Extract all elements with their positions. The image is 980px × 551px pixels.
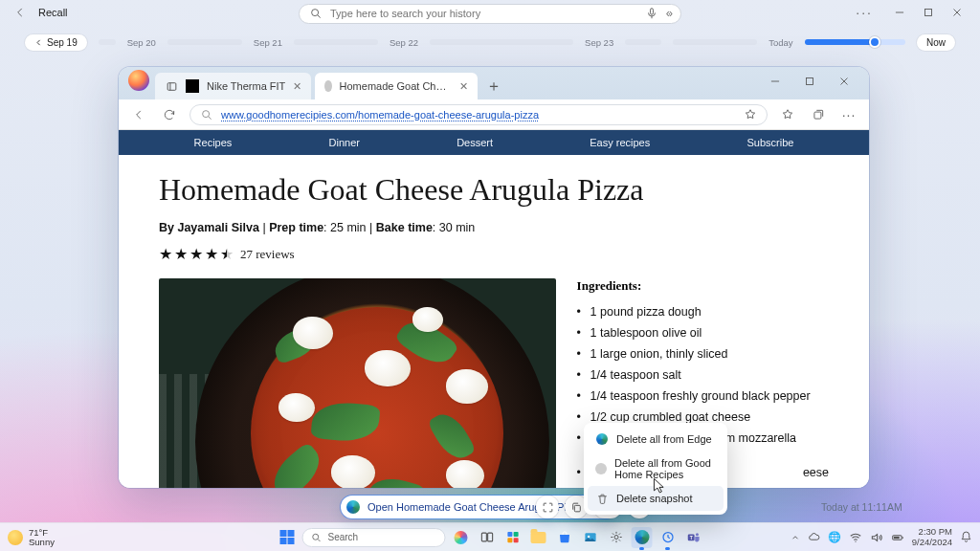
task-view-button[interactable] <box>477 527 498 548</box>
battery-icon[interactable] <box>891 531 904 544</box>
timeline-now-chip[interactable]: Now <box>917 34 955 51</box>
snapshot-window: Nike Therma FIT ✕ Homemade Goat Cheese A… <box>119 67 869 488</box>
chevron-up-icon[interactable] <box>791 533 800 542</box>
photos-icon <box>583 530 597 544</box>
svg-rect-6 <box>814 112 821 119</box>
maximize-icon <box>803 75 816 88</box>
review-count[interactable]: 27 reviews <box>240 247 295 262</box>
star-icon: ★ <box>189 245 203 263</box>
nav-easy[interactable]: Easy recipes <box>590 137 650 148</box>
svg-point-8 <box>313 534 319 540</box>
onedrive-icon[interactable] <box>808 531 820 543</box>
maximize-icon <box>922 6 935 19</box>
store-button[interactable] <box>554 527 575 548</box>
timeline-segment[interactable] <box>673 39 757 45</box>
tab-nike[interactable]: Nike Therma FIT ✕ <box>155 73 311 99</box>
file-explorer-button[interactable] <box>528 527 549 548</box>
edge-button[interactable] <box>632 527 653 548</box>
photos-button[interactable] <box>580 527 601 548</box>
browser-more-button[interactable]: ··· <box>838 104 859 125</box>
timeline-segment[interactable] <box>167 39 242 45</box>
tab-close-button[interactable]: ✕ <box>293 80 301 93</box>
new-tab-button[interactable]: ＋ <box>481 74 506 99</box>
recall-search[interactable]: ‹·› <box>299 4 681 24</box>
stars: ★ ★ ★ ★ ★★ <box>159 245 234 263</box>
tab-recipe[interactable]: Homemade Goat Cheese Arugula Pizza ✕ <box>315 73 478 99</box>
sun-icon <box>8 530 23 545</box>
nav-recipes[interactable]: Recipes <box>194 137 233 148</box>
recall-search-input[interactable] <box>330 8 637 19</box>
recall-button[interactable] <box>657 527 679 548</box>
browser-toolbar: www.goodhomerecipies.com/homemade-goat-c… <box>119 99 869 130</box>
svg-point-17 <box>614 536 618 540</box>
widgets-button[interactable] <box>502 527 523 548</box>
folder-icon <box>531 532 546 543</box>
language-indicator[interactable]: 🌐 <box>828 531 841 543</box>
recall-timeline[interactable]: Sep 19 Sep 20 Sep 21 Sep 22 Sep 23 Today… <box>0 31 980 54</box>
notifications-icon[interactable] <box>960 531 972 543</box>
tab-label: Nike Therma FIT <box>207 80 285 92</box>
browser-back-button[interactable] <box>128 104 149 125</box>
ctx-delete-all-edge[interactable]: Delete all from Edge <box>588 427 724 452</box>
collections-button[interactable] <box>808 104 829 125</box>
nav-dessert[interactable]: Dessert <box>457 137 493 148</box>
settings-button[interactable] <box>606 527 627 548</box>
close-button[interactable] <box>944 3 970 22</box>
tab-close-button[interactable]: ✕ <box>459 80 468 93</box>
recall-titlebar: Recall ‹·› ··· <box>0 0 980 25</box>
profile-avatar[interactable] <box>128 70 149 91</box>
browser-close-button[interactable] <box>827 69 861 94</box>
trash-icon <box>595 492 609 505</box>
browser-maximize-button[interactable] <box>792 69 827 94</box>
timeline-today-label: Today <box>768 37 792 48</box>
tab-strip: Nike Therma FIT ✕ Homemade Goat Cheese A… <box>155 67 506 99</box>
minimize-icon <box>893 6 906 19</box>
address-bar[interactable]: www.goodhomerecipies.com/homemade-goat-c… <box>189 104 768 125</box>
mic-icon[interactable] <box>645 7 658 20</box>
timeline-chip-current[interactable]: Sep 19 <box>25 34 87 51</box>
timeline-today-track[interactable] <box>805 39 905 45</box>
ctx-delete-snapshot[interactable]: Delete snapshot <box>588 486 724 511</box>
minimize-icon <box>768 75 782 88</box>
star-icon: ★ <box>159 245 172 263</box>
input-switch-icon[interactable]: ‹·› <box>666 7 671 20</box>
volume-icon[interactable] <box>870 531 883 544</box>
start-button[interactable] <box>277 527 298 548</box>
minimize-button[interactable] <box>886 3 913 22</box>
article-title: Homemade Goat Cheese Arugula Pizza <box>159 172 829 208</box>
ctx-delete-all-site[interactable]: Delete all from Good Home Recipes <box>588 452 724 486</box>
svg-text:T: T <box>689 535 692 540</box>
svg-rect-25 <box>894 536 900 538</box>
browser-titlebar: Nike Therma FIT ✕ Homemade Goat Cheese A… <box>119 67 869 99</box>
clock[interactable]: 2:30 PM 9/24/2024 <box>912 527 952 547</box>
browser-refresh-button[interactable] <box>159 104 180 125</box>
nav-subscribe[interactable]: Subscribe <box>746 137 793 148</box>
browser-minimize-button[interactable] <box>758 69 792 94</box>
taskbar-search[interactable]: Search <box>302 528 446 547</box>
nav-dinner[interactable]: Dinner <box>329 137 360 148</box>
timeline-segment[interactable] <box>99 39 116 45</box>
svg-rect-9 <box>481 533 486 541</box>
svg-rect-24 <box>902 537 902 539</box>
sidebar-icon[interactable] <box>165 79 178 93</box>
star-sparkle-icon[interactable] <box>744 108 757 121</box>
favorites-button[interactable] <box>777 104 798 125</box>
copilot-icon <box>455 531 468 544</box>
more-button[interactable]: ··· <box>856 5 873 20</box>
wifi-icon[interactable] <box>849 531 862 544</box>
system-tray[interactable]: 🌐 2:30 PM 9/24/2024 <box>791 527 972 547</box>
teams-icon: T <box>686 530 701 544</box>
timeline-segment[interactable] <box>294 39 378 45</box>
copilot-button[interactable] <box>451 527 472 548</box>
timeline-scrubber-thumb[interactable] <box>869 36 880 48</box>
store-icon <box>557 530 571 544</box>
timeline-segment[interactable] <box>430 39 573 45</box>
weather-widget[interactable]: 71°FSunny <box>8 528 55 547</box>
list-item: 1/4 teaspoon salt <box>577 368 829 382</box>
maximize-button[interactable] <box>915 3 942 22</box>
snip-button[interactable] <box>536 496 559 518</box>
timeline-segment[interactable] <box>625 39 661 45</box>
svg-point-22 <box>855 540 856 541</box>
teams-button[interactable]: T <box>683 527 704 548</box>
back-button[interactable] <box>10 2 31 23</box>
